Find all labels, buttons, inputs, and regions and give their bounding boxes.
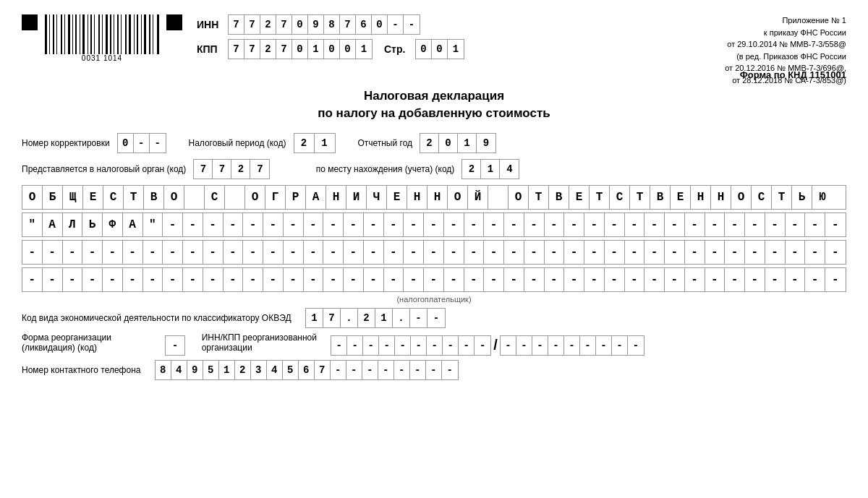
slash-separator: /	[493, 337, 498, 353]
org-char-cell: Е	[671, 186, 691, 209]
char-cell: 2	[235, 361, 251, 379]
org-char-cell: Т	[529, 186, 549, 209]
org-char-cell: -	[464, 241, 485, 264]
phone-label: Номер контактного телефона	[22, 365, 140, 375]
char-cell: -	[378, 361, 394, 379]
char-cell: .	[393, 309, 410, 327]
org-char-cell: -	[243, 213, 263, 236]
org-char-cell: -	[484, 213, 504, 236]
org-char-cell	[488, 186, 509, 209]
appendix-line1: Приложение № 1	[725, 14, 846, 27]
org-char-cell: -	[625, 241, 645, 264]
appendix-text: Приложение № 1 к приказу ФНС России от 2…	[725, 14, 846, 86]
org-char-cell: -	[584, 213, 605, 236]
org-char-cell: -	[143, 241, 163, 264]
org-char-cell: -	[103, 268, 123, 291]
org-char-cell: -	[123, 268, 143, 291]
char-cell: 2	[260, 40, 276, 59]
org-char-cell: -	[404, 213, 424, 236]
char-cell: 5	[283, 361, 299, 379]
char-cell: 6	[299, 361, 315, 379]
char-cell: 0	[292, 15, 308, 34]
org-char-cell: -	[484, 268, 504, 291]
org-char-cell: -	[786, 213, 806, 236]
char-cell: -	[548, 336, 564, 355]
org-char-cell: -	[22, 241, 43, 264]
char-cell: 7	[250, 160, 269, 179]
char-cell: 7	[323, 309, 341, 327]
org-char-cell: -	[665, 213, 685, 236]
org-char-cell: О	[731, 186, 752, 209]
org-char-cell: Е	[83, 186, 103, 209]
org-char-cell: -	[163, 241, 183, 264]
barcode-lines	[45, 14, 159, 54]
char-cell: 7	[244, 15, 260, 34]
org-char-cell: -	[745, 241, 765, 264]
char-cell: 2	[420, 134, 439, 153]
org-char-cell: -	[464, 268, 485, 291]
org-char-cell: -	[224, 268, 244, 291]
org-char-cell: -	[103, 241, 123, 264]
org-char-cell: -	[183, 213, 203, 236]
char-cell: -	[427, 309, 445, 327]
location-cells: 214	[461, 159, 519, 179]
taxpayer-note: (налогоплательщик)	[22, 295, 846, 304]
org-char-cell: -	[22, 268, 43, 291]
org-char-cell: -	[183, 268, 203, 291]
org-char-cell: -	[805, 268, 825, 291]
correction-cells: 0--	[117, 133, 166, 153]
org-char-cell: -	[705, 241, 726, 264]
org-char-cell: -	[504, 213, 524, 236]
inn-row: ИНН 7727098760--	[197, 14, 464, 35]
org-char-cell: Е	[387, 186, 407, 209]
org-char-cell: -	[304, 213, 324, 236]
top-right-square	[166, 14, 182, 30]
org-char-cell: -	[304, 241, 324, 264]
char-cell: -	[166, 336, 184, 355]
org-char-cell: В	[144, 186, 164, 209]
org-char-cell: -	[424, 268, 444, 291]
org-char-cell: -	[444, 268, 464, 291]
str-label: Стр.	[384, 43, 409, 55]
org-char-cell: Т	[772, 186, 792, 209]
org-char-cell: В	[549, 186, 569, 209]
char-cell: 9	[308, 15, 324, 34]
char-cell: 1	[375, 309, 393, 327]
char-cell: -	[410, 361, 426, 379]
char-cell: -	[394, 361, 410, 379]
org-char-cell: -	[644, 213, 665, 236]
org-char-cell: -	[203, 241, 224, 264]
org-char-cell: -	[384, 213, 404, 236]
char-cell: 1	[306, 309, 323, 327]
char-cell: -	[516, 336, 532, 355]
org-char-cell: -	[725, 213, 745, 236]
char-cell: 2	[294, 134, 315, 153]
org-char-cell: Т	[124, 186, 144, 209]
kpp-label: КПП	[197, 43, 222, 55]
char-cell: 8	[324, 15, 340, 34]
char-cell: 6	[356, 15, 372, 34]
org-name-row: ----------------------------------------…	[22, 267, 846, 292]
reorg-row: Форма реорганизации (ликвидация) (код) -…	[22, 332, 846, 356]
org-char-cell: -	[725, 241, 745, 264]
org-char-cell: -	[685, 213, 705, 236]
form-title-area: Налоговая декларация по налогу на добавл…	[22, 87, 846, 122]
org-char-cell: -	[224, 241, 244, 264]
char-cell: -	[427, 336, 443, 355]
org-char-cell: -	[524, 268, 545, 291]
char-cell: 4	[267, 361, 283, 379]
char-cell: -	[628, 336, 644, 355]
org-char-cell: О	[22, 186, 43, 209]
org-char-cell: -	[203, 268, 224, 291]
org-char-cell: -	[524, 241, 545, 264]
reorg-form-label2: (ликвидация) (код)	[22, 343, 159, 353]
char-cell: -	[404, 15, 420, 34]
org-char-cell: -	[263, 268, 284, 291]
org-char-cell: Л	[63, 213, 83, 236]
char-cell: 1	[308, 40, 324, 59]
char-cell: -	[580, 336, 596, 355]
char-cell: -	[347, 336, 363, 355]
org-char-cell: А	[306, 186, 326, 209]
char-cell: 0	[292, 40, 308, 59]
org-char-cell: -	[284, 268, 304, 291]
